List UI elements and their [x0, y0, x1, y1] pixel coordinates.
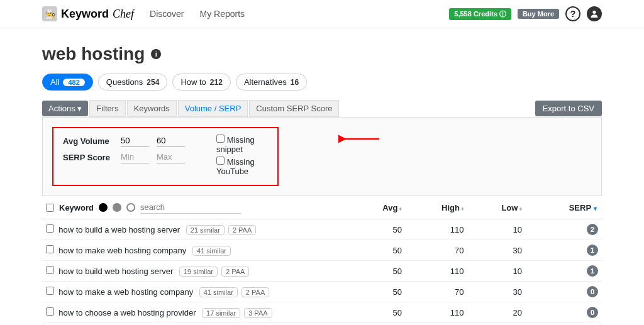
- top-nav: 👨‍🍳 Keyword Chef Discover My Reports 5,5…: [0, 0, 644, 28]
- cell-avg: 50: [350, 261, 406, 282]
- tab-custom-serp[interactable]: Custom SERP Score: [249, 100, 339, 117]
- table-row: how to build web hosting server 19 simil…: [42, 261, 602, 282]
- table-row: how to choose a web hosting provider 17 …: [42, 302, 602, 323]
- actions-button[interactable]: Actions ▾: [42, 101, 88, 116]
- serp-badge: 0: [587, 286, 598, 297]
- keyword-text[interactable]: how to make a web hosting company: [58, 287, 193, 297]
- cell-avg: 50: [350, 282, 406, 302]
- nav-reports[interactable]: My Reports: [200, 9, 245, 19]
- cell-low: 30: [467, 323, 526, 326]
- table-row: how to build a web hosting server 21 sim…: [42, 219, 602, 240]
- cell-high: 70: [406, 282, 467, 302]
- cell-avg: 50: [350, 240, 406, 261]
- avg-volume-max-input[interactable]: [157, 135, 185, 147]
- cell-high: 50: [406, 323, 467, 326]
- buy-more-button[interactable]: Buy More: [518, 9, 559, 19]
- serp-badge: 0: [587, 307, 598, 318]
- brand-text-1: Keyword: [61, 8, 109, 21]
- paa-tag[interactable]: 3 PAA: [244, 308, 272, 318]
- cell-avg: 50: [350, 302, 406, 323]
- cell-low: 30: [467, 240, 526, 261]
- annotation-arrow-icon: [338, 131, 382, 147]
- serp-score-min-input[interactable]: [121, 151, 149, 163]
- paa-tag[interactable]: 2 PAA: [221, 267, 249, 277]
- paa-tag[interactable]: 2 PAA: [228, 225, 256, 235]
- missing-youtube-checkbox[interactable]: Missing YouTube: [216, 157, 268, 176]
- col-avg[interactable]: Avg♦: [350, 196, 406, 219]
- keyword-search-input[interactable]: [140, 201, 241, 214]
- serp-badge: 2: [587, 224, 598, 235]
- info-icon[interactable]: i: [151, 49, 161, 59]
- similar-tag[interactable]: 19 similar: [179, 267, 218, 277]
- pill-all[interactable]: All482: [42, 74, 93, 91]
- cell-low: 10: [467, 219, 526, 240]
- user-avatar-icon[interactable]: [587, 6, 602, 21]
- cell-low: 20: [467, 302, 526, 323]
- similar-tag[interactable]: 17 similar: [202, 308, 240, 318]
- row-checkbox[interactable]: [46, 287, 54, 295]
- keyword-text[interactable]: how to choose a web hosting provider: [58, 308, 196, 317]
- tab-keywords[interactable]: Keywords: [127, 100, 177, 117]
- cell-low: 30: [467, 282, 526, 302]
- col-high[interactable]: High♦: [406, 196, 467, 219]
- row-checkbox[interactable]: [46, 245, 54, 253]
- filter-dot-outline-icon[interactable]: [126, 203, 135, 212]
- pill-questions[interactable]: Questions 254: [98, 74, 168, 91]
- filter-dot-grey-icon[interactable]: [113, 203, 121, 212]
- row-checkbox[interactable]: [46, 266, 54, 274]
- filter-dot-black-icon[interactable]: [99, 203, 108, 212]
- cell-high: 110: [406, 261, 467, 282]
- similar-tag[interactable]: 21 similar: [186, 225, 225, 235]
- table-row: how to change web hosting provider 9 sim…: [42, 323, 602, 326]
- keyword-text[interactable]: how to make web hosting company: [58, 246, 186, 255]
- cell-low: 10: [467, 261, 526, 282]
- col-low[interactable]: Low♦: [467, 196, 526, 219]
- keyword-text[interactable]: how to build web hosting server: [58, 267, 173, 276]
- col-keyword[interactable]: Keyword: [59, 203, 94, 212]
- table-row: how to make a web hosting company 41 sim…: [42, 282, 602, 302]
- similar-tag[interactable]: 41 similar: [192, 246, 231, 256]
- filter-panel: Avg Volume SERP Score Missing snippet M: [42, 117, 602, 196]
- cell-high: 110: [406, 219, 467, 240]
- filter-pills: All482Questions 254How to 212Alternative…: [42, 74, 602, 91]
- cell-avg: 50: [350, 323, 406, 326]
- missing-snippet-checkbox[interactable]: Missing snippet: [216, 135, 268, 154]
- pill-how-to[interactable]: How to 212: [172, 74, 231, 91]
- col-serp[interactable]: SERP▼: [526, 196, 602, 219]
- serp-badge: 1: [587, 265, 598, 277]
- cell-avg: 50: [350, 219, 406, 240]
- paa-tag[interactable]: 2 PAA: [242, 287, 269, 297]
- logo[interactable]: 👨‍🍳 Keyword Chef: [42, 6, 134, 21]
- serp-score-label: SERP Score: [63, 153, 113, 162]
- tab-filters[interactable]: Filters: [89, 100, 125, 117]
- cell-high: 70: [406, 240, 467, 261]
- avg-volume-label: Avg Volume: [63, 136, 113, 146]
- page-title: web hosting: [42, 44, 145, 64]
- chef-icon: 👨‍🍳: [42, 6, 57, 21]
- row-checkbox[interactable]: [46, 307, 54, 316]
- avg-volume-min-input[interactable]: [121, 135, 149, 147]
- keywords-table: Keyword Avg♦ High♦ Low♦ SERP▼ how to bui…: [42, 196, 602, 325]
- svg-point-0: [592, 11, 596, 14]
- help-icon[interactable]: ?: [565, 6, 580, 21]
- serp-badge: 1: [587, 245, 598, 256]
- export-csv-button[interactable]: Export to CSV: [535, 101, 602, 116]
- pill-alternatives[interactable]: Alternatives 16: [236, 74, 307, 91]
- keyword-text[interactable]: how to build a web hosting server: [58, 225, 180, 234]
- table-row: how to make web hosting company 41 simil…: [42, 240, 602, 261]
- cell-high: 110: [406, 302, 467, 323]
- row-checkbox[interactable]: [46, 224, 54, 233]
- brand-text-2: Chef: [113, 8, 134, 21]
- tab-volume-serp[interactable]: Volume / SERP: [178, 100, 248, 117]
- nav-discover[interactable]: Discover: [150, 9, 184, 19]
- similar-tag[interactable]: 41 similar: [199, 287, 238, 297]
- select-all-checkbox[interactable]: [46, 204, 54, 212]
- credits-badge: 5,558 Credits ⓘ: [449, 8, 511, 20]
- serp-score-max-input[interactable]: [157, 151, 185, 163]
